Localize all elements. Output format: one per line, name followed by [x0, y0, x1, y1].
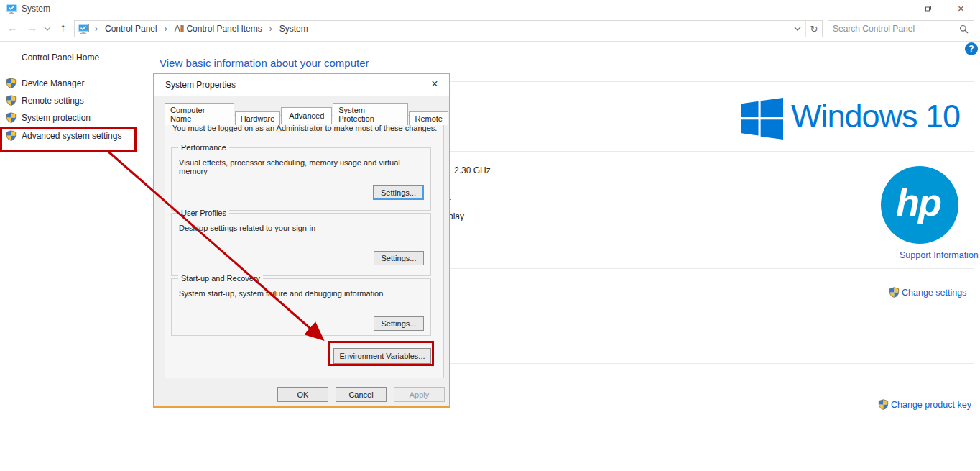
- group-description: Desktop settings related to your sign-in: [179, 224, 315, 232]
- user-profiles-settings-button[interactable]: Settings...: [374, 251, 424, 265]
- dialog-title: System Properties: [165, 80, 236, 90]
- maximize-button[interactable]: [912, 0, 945, 17]
- uac-shield-icon: [889, 287, 900, 298]
- windows-flag-logo-icon: [741, 97, 783, 140]
- tab-remote[interactable]: Remote: [409, 111, 448, 125]
- uac-shield-icon: [878, 399, 889, 410]
- sidebar-item-label: Device Manager: [22, 78, 84, 88]
- minimize-button[interactable]: ─: [880, 0, 912, 17]
- breadcrumb-separator: ›: [91, 24, 102, 34]
- hp-logo-letters: hp: [896, 180, 940, 224]
- group-description: Visual effects, processor scheduling, me…: [179, 158, 430, 175]
- dialog-tabstrip: Computer Name Hardware Advanced System P…: [165, 101, 449, 124]
- sidebar-item-remote-settings[interactable]: Remote settings: [6, 95, 84, 106]
- back-icon[interactable]: ←: [7, 22, 18, 33]
- group-description: System start-up, system failure and debu…: [179, 289, 383, 298]
- search-box: [828, 20, 974, 37]
- dialog-close-icon[interactable]: ×: [427, 78, 442, 91]
- address-bar[interactable]: › Control Panel › All Control Panel Item…: [74, 20, 823, 37]
- hp-logo: hp: [881, 166, 958, 244]
- group-title: User Profiles: [178, 209, 229, 217]
- close-button[interactable]: ×: [945, 0, 977, 17]
- apply-button[interactable]: Apply: [394, 387, 445, 402]
- window-titlebar: System ─ ×: [0, 0, 980, 17]
- uac-shield-icon: [6, 78, 17, 88]
- advanced-tab-page: You must be logged on as an Administrato…: [165, 115, 444, 378]
- location-system-icon: [78, 23, 89, 35]
- startup-recovery-settings-button[interactable]: Settings...: [374, 316, 424, 331]
- processor-speed-fragment: 2.30 GHz: [454, 165, 491, 175]
- breadcrumb: Control Panel › All Control Panel Items …: [102, 24, 311, 34]
- tab-computer-name[interactable]: Computer Name: [165, 103, 234, 125]
- breadcrumb-system[interactable]: System: [277, 24, 311, 34]
- cancel-button[interactable]: Cancel: [336, 387, 387, 402]
- change-product-key-link[interactable]: Change product key: [891, 400, 971, 410]
- user-profiles-group: User Profiles Desktop settings related t…: [171, 213, 431, 276]
- tab-hardware[interactable]: Hardware: [235, 111, 281, 125]
- tab-system-protection[interactable]: System Protection: [333, 103, 408, 125]
- change-settings-link-row: Change settings: [889, 287, 966, 298]
- performance-settings-button[interactable]: Settings...: [373, 185, 424, 200]
- ok-button[interactable]: OK: [277, 387, 328, 402]
- breadcrumb-all-control-panel-items[interactable]: All Control Panel Items: [172, 24, 265, 34]
- recent-pages-chevron-icon[interactable]: [44, 27, 51, 31]
- annotation-arrow: [0, 0, 980, 471]
- window-title: System: [22, 4, 50, 14]
- up-icon[interactable]: ↑: [60, 22, 66, 32]
- sidebar-control-panel-home[interactable]: Control Panel Home: [22, 52, 99, 63]
- sidebar-item-device-manager[interactable]: Device Manager: [6, 78, 84, 88]
- annotation-box-environment-variables: [328, 341, 434, 366]
- annotation-box-advanced-system-settings: [0, 127, 137, 152]
- search-icon[interactable]: [959, 24, 969, 34]
- support-information-link[interactable]: Support Information: [900, 250, 979, 260]
- navigation-toolbar: ← → ↑ › Control Panel › All Control Pane…: [0, 17, 980, 42]
- startup-recovery-group: Start-up and Recovery System start-up, s…: [171, 278, 431, 336]
- uac-shield-icon: [6, 112, 17, 123]
- sidebar-item-system-protection[interactable]: System protection: [6, 112, 91, 123]
- restore-icon: [925, 4, 933, 12]
- page-title: View basic information about your comput…: [160, 57, 369, 69]
- group-title: Performance: [178, 143, 229, 152]
- windows10-logo-text: Windows 10: [791, 98, 960, 135]
- change-settings-link[interactable]: Change settings: [902, 288, 966, 298]
- system-app-icon: [6, 3, 17, 14]
- group-title: Start-up and Recovery: [178, 274, 263, 283]
- breadcrumb-control-panel[interactable]: Control Panel: [102, 24, 160, 34]
- uac-shield-icon: [6, 95, 17, 106]
- sidebar-item-label: System protection: [22, 113, 91, 123]
- system-control-panel-window: System ─ × ← → ↑ › Control Panel › All C…: [0, 0, 980, 471]
- dialog-titlebar[interactable]: System Properties ×: [154, 74, 449, 96]
- performance-group: Performance Visual effects, processor sc…: [171, 147, 431, 211]
- refresh-icon[interactable]: ↻: [805, 21, 822, 37]
- tab-advanced[interactable]: Advanced: [281, 107, 332, 124]
- help-icon[interactable]: ?: [965, 42, 978, 55]
- change-product-key-link-row: Change product key: [878, 399, 971, 410]
- search-input[interactable]: [828, 24, 959, 34]
- breadcrumb-separator: ›: [160, 24, 172, 34]
- forward-icon[interactable]: →: [27, 22, 37, 33]
- breadcrumb-separator: ›: [265, 24, 277, 34]
- address-dropdown-chevron-icon[interactable]: [790, 21, 805, 37]
- sidebar-item-label: Remote settings: [22, 96, 84, 106]
